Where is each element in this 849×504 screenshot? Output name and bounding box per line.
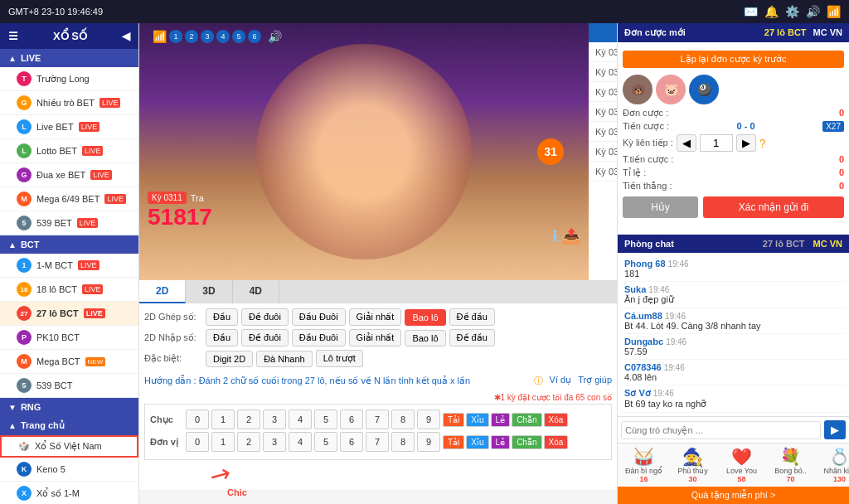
sidebar-item-1m-bct[interactable]: 1 1-M BCT LIVE — [0, 254, 138, 278]
bell-icon[interactable]: 🔔 — [764, 5, 779, 18]
sidebar-item-dua-xe[interactable]: G Đua xe BET LIVE — [0, 163, 138, 187]
chuc-tai-btn[interactable]: Tải — [443, 413, 464, 427]
chuc-2[interactable]: 2 — [237, 410, 260, 429]
btn-de-duoi-1[interactable]: Đề đuôi — [241, 308, 289, 326]
btn-dau-duoi-2[interactable]: Đầu Đuôi — [292, 329, 346, 346]
volume-icon[interactable]: 🔊 — [806, 5, 820, 18]
chuc-9[interactable]: 9 — [417, 410, 440, 429]
chuc-6[interactable]: 6 — [340, 410, 363, 429]
sidebar-item-lotto-bet[interactable]: L Lotto BET LIVE — [0, 139, 138, 163]
tab-3d[interactable]: 3D — [186, 280, 232, 303]
sidebar-menu-icon[interactable]: ☰ — [8, 30, 18, 42]
gift-love-you[interactable]: ❤️ Love You 58 — [719, 447, 764, 483]
sound-icon[interactable]: 🔊 — [268, 30, 282, 43]
gift-phu-thuy[interactable]: 🧙 Phù thủy 30 — [670, 447, 716, 483]
sidebar-section-live[interactable]: ▲ LIVE — [0, 49, 138, 67]
laplai-button[interactable]: Lặp lại đơn cược kỳ trước — [623, 51, 844, 68]
sidebar-item-539-bct[interactable]: 5 539 BCT — [0, 374, 138, 398]
btn-bao-lo-2[interactable]: Bao lô — [405, 330, 445, 346]
btn-de-dau-1[interactable]: Đề đầu — [449, 308, 495, 326]
increment-btn[interactable]: ▶ — [736, 134, 756, 152]
sidebar-item-18lo-bct[interactable]: 18 18 lô BCT LIVE — [0, 278, 138, 302]
share-icon[interactable]: 📤 — [562, 227, 580, 245]
chuc-le-btn[interactable]: Lẻ — [491, 413, 511, 427]
sidebar-item-xoso1m[interactable]: X Xổ số 1-M — [0, 482, 138, 504]
chuc-xoa-btn[interactable]: Xóa — [544, 413, 569, 427]
tab-27lo-bct[interactable]: 27 lô BCT — [764, 27, 807, 38]
donvi-8[interactable]: 8 — [391, 432, 415, 452]
chuc-4[interactable]: 4 — [289, 410, 312, 429]
donvi-le-btn[interactable]: Lẻ — [491, 435, 511, 449]
chat-tab-mcvn[interactable]: MC VN — [813, 239, 842, 249]
donvi-2[interactable]: 2 — [237, 432, 260, 452]
vi-du-link[interactable]: Ví dụ — [550, 375, 572, 387]
donvi-xiu-btn[interactable]: Xỉu — [466, 435, 488, 449]
donvi-6[interactable]: 6 — [340, 432, 363, 452]
sidebar-item-truong-long[interactable]: T Trường Long — [0, 67, 138, 91]
btn-dau-2[interactable]: Đầu — [206, 329, 238, 346]
btn-dau-duoi-1[interactable]: Đầu Đuôi — [292, 308, 346, 326]
info-icon[interactable]: ℹ — [552, 227, 558, 245]
tro-giup-link[interactable]: Trợ giúp — [578, 375, 612, 387]
sidebar-item-539-bet[interactable]: 5 539 BET LIVE — [0, 211, 138, 235]
donvi-tai-btn[interactable]: Tải — [443, 435, 464, 449]
donvi-3[interactable]: 3 — [263, 432, 286, 452]
xacnhan-button[interactable]: Xác nhận gửi đi — [703, 196, 844, 218]
gift-bong-bo[interactable]: 💐 Bong bó.. 70 — [768, 447, 813, 483]
sidebar-section-bct[interactable]: ▲ BCT — [0, 235, 138, 254]
chat-input[interactable] — [621, 421, 821, 439]
envelope-icon[interactable]: ✉️ — [744, 5, 758, 18]
sidebar-section-rng[interactable]: ▼ RNG — [0, 398, 138, 416]
btn-dau-1[interactable]: Đầu — [206, 308, 238, 326]
donvi-7[interactable]: 7 — [366, 432, 389, 452]
chuc-0[interactable]: 0 — [186, 410, 209, 429]
donvi-chan-btn[interactable]: Chẵn — [512, 435, 541, 449]
donvi-5[interactable]: 5 — [314, 432, 337, 452]
donvi-9[interactable]: 9 — [417, 432, 440, 452]
tab-4d[interactable]: 4D — [233, 280, 279, 303]
btn-da-nhanh[interactable]: Đà Nhanh — [256, 351, 313, 367]
donvi-0[interactable]: 0 — [186, 432, 209, 452]
sidebar-item-keno5[interactable]: K Keno 5 — [0, 458, 138, 482]
sidebar-item-pk10-bct[interactable]: P PK10 BCT — [0, 326, 138, 350]
chuc-3[interactable]: 3 — [263, 410, 286, 429]
cho-bear[interactable]: 🐻 — [623, 75, 653, 104]
free-gift-button[interactable]: Quà tặng miễn phí > — [618, 487, 849, 504]
sidebar-item-27lo-bct[interactable]: 27 27 lô BCT LIVE — [0, 302, 138, 326]
chat-send-button[interactable]: ▶ — [824, 420, 846, 439]
btn-giai-nhat-1[interactable]: Giải nhất — [349, 308, 402, 326]
sidebar-item-xoso-vietnam[interactable]: 🎲 Xổ Số Việt Nam — [0, 435, 138, 458]
chuc-7[interactable]: 7 — [366, 410, 389, 429]
sidebar-item-live-bet[interactable]: L Live BET LIVE — [0, 115, 138, 139]
tab-mc-vn[interactable]: MC VN — [813, 27, 842, 38]
sidebar-item-mega-bet[interactable]: M Mega 6/49 BET LIVE — [0, 187, 138, 211]
btn-de-duoi-2[interactable]: Đề đuôi — [241, 329, 289, 346]
help-icon[interactable]: ? — [759, 137, 766, 150]
decrement-btn[interactable]: ◀ — [677, 134, 696, 152]
huy-button[interactable]: Hủy — [623, 196, 698, 218]
gift-dan-bi-ngo[interactable]: 🥁 Đàn bì ngổ 16 — [621, 447, 667, 483]
sidebar-section-trangchu[interactable]: ▲ Trang chủ — [0, 416, 138, 435]
chuc-chan-btn[interactable]: Chẵn — [512, 413, 541, 427]
btn-bao-lo-1[interactable]: Bao lô — [405, 309, 445, 326]
multiplier-input[interactable] — [700, 134, 733, 152]
donvi-1[interactable]: 1 — [211, 432, 235, 452]
sidebar-collapse-icon[interactable]: ◀ — [122, 30, 130, 42]
btn-giai-nhat-2[interactable]: Giải nhất — [349, 329, 402, 346]
donvi-xoa-btn[interactable]: Xóa — [544, 435, 569, 449]
cho-ball[interactable]: 🎱 — [689, 75, 719, 104]
cho-pig[interactable]: 🐷 — [656, 75, 686, 104]
sidebar-item-mega-bct[interactable]: M Mega BCT NEW — [0, 350, 138, 374]
btn-digit-2d[interactable]: Digit 2D — [206, 351, 253, 367]
tab-2d[interactable]: 2D — [139, 280, 186, 303]
chuc-xiu-btn[interactable]: Xỉu — [466, 413, 488, 427]
chat-tab-27lo[interactable]: 27 lô BCT — [763, 239, 805, 249]
gear-icon[interactable]: ⚙️ — [785, 5, 799, 18]
sidebar-item-nhieu-tro[interactable]: G Nhiều trò BET LIVE — [0, 91, 138, 115]
chuc-8[interactable]: 8 — [391, 410, 415, 429]
chuc-5[interactable]: 5 — [314, 410, 337, 429]
gift-nhan-ki[interactable]: 💍 Nhân ki... 130 — [817, 447, 849, 483]
donvi-4[interactable]: 4 — [289, 432, 312, 452]
btn-de-dau-2[interactable]: Đề đầu — [449, 329, 495, 346]
chuc-1[interactable]: 1 — [211, 410, 235, 429]
